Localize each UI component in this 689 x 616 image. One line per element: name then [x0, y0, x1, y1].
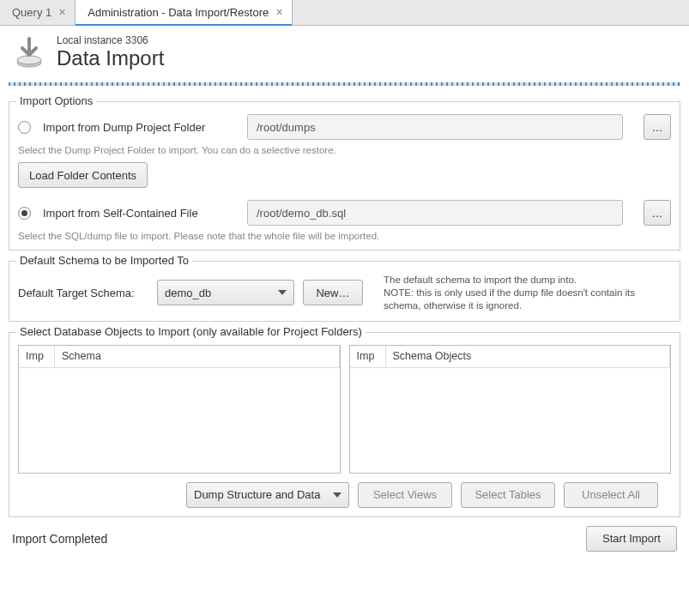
browse-file-button[interactable]: …	[644, 200, 671, 226]
instance-label: Local instance 3306	[57, 34, 164, 46]
group-legend: Import Options	[16, 94, 96, 107]
select-views-button[interactable]: Select Views	[358, 482, 452, 508]
dump-mode-value: Dump Structure and Data	[194, 488, 320, 501]
group-legend: Default Schema to be Imported To	[16, 254, 192, 267]
schema-objects-table[interactable]: Imp Schema Objects	[349, 345, 672, 474]
tab-query1[interactable]: Query 1 ✕	[0, 0, 76, 25]
start-import-button[interactable]: Start Import	[586, 526, 677, 552]
folder-hint: Select the Dump Project Folder to import…	[18, 145, 671, 155]
schema-note-line1: The default schema to import the dump in…	[384, 274, 671, 287]
schema-table[interactable]: Imp Schema	[18, 345, 341, 474]
col-schema[interactable]: Schema	[55, 346, 340, 367]
col-import[interactable]: Imp	[350, 346, 386, 367]
default-schema-label: Default Target Schema:	[18, 287, 148, 299]
radio-folder[interactable]	[18, 121, 31, 134]
schema-select-value: demo_db	[165, 287, 211, 299]
schema-note-line2: NOTE: this is only used if the dump file…	[384, 287, 671, 312]
page-title: Data Import	[57, 46, 164, 70]
footer: Import Completed Start Import	[9, 517, 680, 555]
new-schema-button[interactable]: New…	[303, 280, 363, 305]
tab-admin-import[interactable]: Administration - Data Import/Restore ✕	[76, 0, 293, 25]
import-icon	[12, 35, 46, 69]
tab-bar: Query 1 ✕ Administration - Data Import/R…	[0, 0, 689, 26]
unselect-all-button[interactable]: Unselect All	[564, 482, 658, 508]
tab-label: Query 1	[12, 6, 51, 19]
select-tables-button[interactable]: Select Tables	[461, 482, 555, 508]
import-options-group: Import Options Import from Dump Project …	[9, 101, 680, 251]
close-icon[interactable]: ✕	[58, 7, 66, 18]
dump-mode-select[interactable]: Dump Structure and Data	[186, 482, 349, 508]
select-objects-group: Select Database Objects to Import (only …	[9, 332, 680, 517]
load-folder-button[interactable]: Load Folder Contents	[18, 162, 148, 188]
page-header: Local instance 3306 Data Import	[0, 26, 689, 75]
group-legend: Select Database Objects to Import (only …	[16, 325, 366, 338]
file-path-input[interactable]	[247, 200, 623, 226]
schema-note: The default schema to import the dump in…	[384, 274, 671, 312]
close-icon[interactable]: ✕	[275, 7, 283, 18]
folder-path-input[interactable]	[247, 114, 623, 140]
tab-label: Administration - Data Import/Restore	[88, 6, 269, 19]
file-hint: Select the SQL/dump file to import. Plea…	[18, 231, 671, 241]
col-schema-objects[interactable]: Schema Objects	[386, 346, 671, 367]
col-import[interactable]: Imp	[19, 346, 55, 367]
import-status: Import Completed	[12, 532, 107, 546]
schema-select[interactable]: demo_db	[157, 280, 294, 305]
default-schema-group: Default Schema to be Imported To Default…	[9, 261, 680, 322]
chevron-down-icon	[278, 290, 287, 295]
radio-file[interactable]	[18, 207, 31, 220]
svg-point-1	[17, 56, 41, 64]
chevron-down-icon	[333, 492, 341, 498]
browse-folder-button[interactable]: …	[644, 114, 671, 140]
radio-file-label: Import from Self-Contained File	[43, 207, 240, 220]
radio-folder-label: Import from Dump Project Folder	[43, 121, 240, 134]
